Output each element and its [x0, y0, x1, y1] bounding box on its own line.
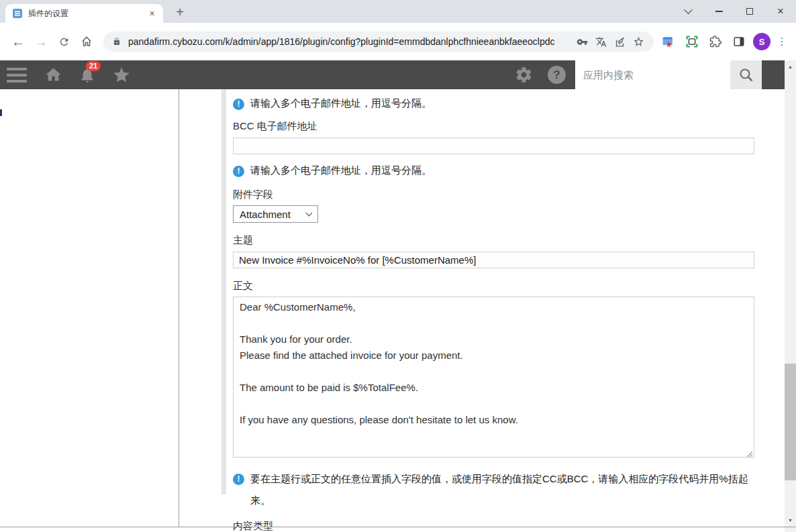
bcc-field-label: BCC 电子邮件地址: [233, 120, 754, 133]
tab-title: 插件的设置: [28, 8, 146, 19]
bcc-info-text-2: 请输入多个电子邮件地址，用逗号分隔。: [250, 164, 432, 177]
plugin-config-form: ! 请输入多个电子邮件地址，用逗号分隔。 BCC 电子邮件地址 ! 请输入多个电…: [233, 89, 754, 532]
app-header: 21 ?: [0, 60, 785, 89]
bcc-input[interactable]: [233, 138, 754, 154]
scroll-up-icon[interactable]: ▲: [785, 61, 796, 72]
home-filled-icon: [44, 66, 62, 84]
url-text[interactable]: pandafirm.cybozu.com/k/admin/app/1816/pl…: [128, 36, 569, 47]
close-button[interactable]: ×: [765, 0, 796, 23]
sidebar-divider: [179, 89, 179, 527]
app-search-input[interactable]: [575, 60, 730, 89]
body-textarea[interactable]: Dear %CustomerName%, Thank you for your …: [233, 297, 754, 458]
resize-handle-icon[interactable]: [746, 451, 753, 458]
back-button[interactable]: ←: [7, 30, 30, 53]
screenshot-extension-icon[interactable]: [659, 33, 677, 51]
home-button[interactable]: [75, 30, 98, 53]
scrollbar-thumb[interactable]: [785, 364, 796, 480]
body-field-label: 正文: [233, 280, 754, 292]
bcc-info-note: ! 请输入多个电子邮件地址，用逗号分隔。: [233, 97, 754, 110]
search-icon: [738, 67, 754, 83]
reload-button[interactable]: [52, 30, 75, 53]
settings-button[interactable]: [515, 66, 533, 84]
sidebar-selection-marker: [0, 109, 2, 116]
browser-menu-button[interactable]: ⋮: [776, 36, 788, 48]
subject-input[interactable]: [233, 252, 754, 268]
bcc-info-note-2: ! 请输入多个电子邮件地址，用逗号分隔。: [233, 164, 754, 177]
new-tab-button[interactable]: +: [170, 3, 189, 22]
favorites-button[interactable]: [112, 66, 131, 85]
browser-titlebar: 插件的设置 × + ×: [0, 0, 796, 23]
app-search-button[interactable]: [730, 60, 762, 89]
profile-avatar[interactable]: S: [753, 33, 770, 50]
info-icon: !: [233, 166, 244, 177]
attachment-field-label: 附件字段: [233, 189, 754, 201]
chevron-down-icon: [684, 5, 693, 14]
bcc-info-text: 请输入多个电子邮件地址，用逗号分隔。: [250, 97, 432, 110]
omnibox[interactable]: pandafirm.cybozu.com/k/admin/app/1816/pl…: [103, 32, 654, 52]
tab-close-icon[interactable]: ×: [146, 8, 158, 19]
forward-button: →: [30, 30, 52, 53]
side-panel-icon[interactable]: [730, 33, 748, 51]
content-left-strip: [221, 89, 226, 494]
notification-badge: 21: [86, 61, 101, 71]
home-icon: [81, 36, 93, 48]
fieldcode-info-note: ! 要在主题行或正文的任意位置插入字段的值，或使用字段的值指定CC或BCC，请输…: [233, 468, 754, 511]
extensions-area: S ⋮: [659, 33, 788, 51]
maximize-icon: [746, 8, 753, 15]
minimize-button[interactable]: [703, 0, 734, 23]
content-type-label: 内容类型: [233, 520, 754, 532]
attachment-select[interactable]: Attachment: [233, 205, 318, 223]
scroll-down-icon[interactable]: ▼: [785, 515, 796, 526]
extensions-puzzle-icon[interactable]: [706, 33, 724, 51]
tab-search-button[interactable]: [673, 0, 703, 23]
translate-icon[interactable]: [595, 36, 607, 48]
lock-icon: [113, 37, 121, 46]
window-controls: ×: [673, 0, 796, 23]
share-icon[interactable]: [614, 36, 626, 48]
chevron-down-icon: [306, 210, 313, 217]
browser-tab[interactable]: 插件的设置 ×: [5, 4, 163, 23]
info-icon: !: [233, 474, 244, 485]
minimize-icon: [715, 11, 723, 12]
subject-field-label: 主题: [233, 234, 754, 247]
password-key-icon[interactable]: [577, 36, 588, 48]
notifications-button[interactable]: 21: [79, 66, 96, 84]
body-textarea-wrap: Dear %CustomerName%, Thank you for your …: [233, 297, 754, 460]
tab-favicon-icon: [12, 8, 23, 19]
page-scrollbar[interactable]: ▲ ▼: [785, 60, 796, 532]
fieldcode-info-text: 要在主题行或正文的任意位置插入字段的值，或使用字段的值指定CC或BCC，请输入相…: [250, 468, 754, 511]
gear-icon: [515, 66, 533, 84]
close-icon: ×: [777, 6, 783, 17]
bookmark-star-icon[interactable]: [633, 36, 644, 48]
browser-toolbar: ← → pandafirm.cybozu.com/k/admin/app/181…: [0, 23, 796, 60]
portal-home-button[interactable]: [44, 66, 62, 84]
help-button[interactable]: ?: [548, 66, 566, 84]
reload-icon: [58, 36, 70, 48]
hamburger-menu-button[interactable]: [7, 68, 27, 83]
info-icon: !: [233, 99, 244, 110]
plugin-config-page: ! 请输入多个电子邮件地址，用逗号分隔。 BCC 电子邮件地址 ! 请输入多个电…: [0, 89, 796, 527]
star-icon: [112, 66, 131, 85]
capture-extension-icon[interactable]: [683, 33, 701, 51]
attachment-select-value: Attachment: [240, 209, 291, 220]
maximize-button[interactable]: [734, 0, 765, 23]
window-bottom-edge: [0, 527, 796, 527]
